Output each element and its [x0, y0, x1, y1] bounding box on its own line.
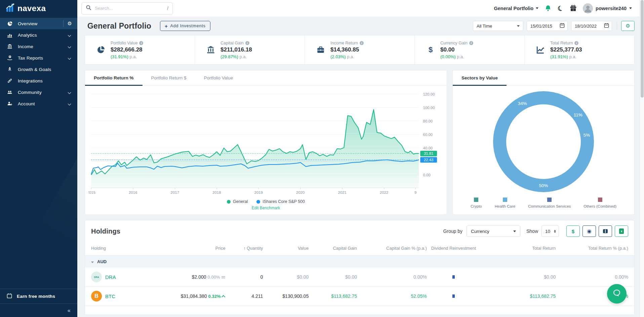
info-icon[interactable]: i [469, 41, 473, 45]
col-capital-gain[interactable]: Capital Gain [309, 246, 357, 251]
stat-percent: (31.91%) [550, 54, 568, 59]
export-excel-button[interactable]: x [615, 225, 628, 237]
holding-row-dra[interactable]: DRA DRA $2.0000.00% 0 $0.00 $0.00 0.00% … [85, 268, 634, 287]
stat-value: $282,666.28 [111, 46, 143, 53]
date-from-input[interactable]: 15/01/2015 [527, 21, 568, 31]
search-box[interactable]: / [81, 2, 173, 14]
sidebar-item-community[interactable]: Community [0, 86, 77, 98]
sidebar-item-growth-goals[interactable]: Growth & Goals [0, 64, 77, 75]
navexa-logo: navexa [0, 0, 77, 16]
col-holding[interactable]: Holding [91, 246, 172, 251]
portfolio-settings-button[interactable]: ⚙ [621, 21, 635, 31]
group-by-select[interactable]: Currency [467, 225, 520, 237]
sidebar: navexa Overview ⚙ Analytics Income [0, 0, 77, 317]
earn-free-months-link[interactable]: Earn free months [0, 289, 77, 304]
stat-currency-gain: $ Currency Gaini $0.00 (0.00%) p.a. [415, 35, 525, 64]
search-input[interactable] [95, 6, 164, 11]
chevron-down-icon [68, 56, 71, 60]
sidebar-item-tax-reports[interactable]: $ Tax Reports [0, 52, 77, 64]
svg-text:2017: 2017 [171, 190, 179, 195]
tab-sectors-by-value[interactable]: Sectors by Value [453, 70, 507, 85]
benchmark-legend-dot [256, 200, 260, 204]
dark-mode-moon-icon[interactable]: ☾ [557, 3, 565, 13]
sidebar-item-integrations[interactable]: Integrations [0, 75, 77, 86]
sectors-donut-chart[interactable]: 34%11%5%50% [453, 86, 634, 198]
info-icon[interactable]: i [139, 41, 143, 45]
caret-down-icon [513, 231, 516, 232]
topbar: / General Portfolio ☾ powersite240 [77, 0, 644, 16]
collapse-sidebar-icon[interactable]: « [68, 307, 71, 314]
columns-settings-button[interactable] [599, 225, 612, 237]
user-menu[interactable]: powersite240 [583, 3, 632, 13]
stepper-arrows-icon [554, 230, 556, 233]
svg-text:2016: 2016 [129, 190, 137, 195]
add-investments-button[interactable]: + Add Investments [160, 21, 210, 31]
overview-gear-icon[interactable]: ⚙ [68, 21, 72, 27]
total-return: $0.00 [481, 274, 556, 280]
topbar-right: General Portfolio ☾ powersite240 [494, 3, 632, 13]
ticker-link-dra[interactable]: DRA [105, 274, 116, 280]
stat-label: Total Return [550, 41, 573, 45]
col-dividend-reinvestment[interactable]: Dividend Reinvestment [427, 246, 481, 251]
navexa-logo-icon [6, 3, 15, 13]
visibility-toggle-button[interactable]: ◉ [582, 225, 596, 237]
svg-text:2018: 2018 [212, 190, 221, 195]
info-icon[interactable]: i [574, 41, 578, 45]
legend-label-benchmark: iShares Core S&P 500 [263, 199, 305, 204]
page-scrollbar[interactable] [640, 0, 644, 317]
price-change: 0.32% [208, 294, 221, 299]
portfolio-selector-dropdown[interactable]: General Portfolio [494, 6, 539, 11]
holding-row-btc[interactable]: B BTC $31,084.3800.32% 4.211 $130,900.05… [85, 287, 634, 306]
live-chat-button[interactable] [607, 284, 627, 304]
show-count-value: 10 [545, 229, 550, 234]
col-quantity[interactable]: ↑Quantity [225, 246, 263, 251]
sidebar-item-income[interactable]: Income [0, 41, 77, 52]
currency-group-row-aud[interactable]: AUD [85, 255, 634, 268]
notifications-bell-icon[interactable] [545, 5, 552, 12]
capital-gain: $113,682.75 [309, 293, 357, 299]
calendar-icon [7, 293, 12, 300]
sidebar-item-overview[interactable]: Overview ⚙ [0, 18, 77, 29]
returns-line-chart[interactable]: 201520162017201820192020202120229120.001… [85, 86, 447, 198]
col-capital-gain-pct[interactable]: Capital Gain % (p.a.) [357, 246, 427, 251]
capital-gain-pct: 52.05% [357, 293, 427, 299]
date-to-input[interactable]: 18/10/2022 [571, 21, 612, 31]
pie-chart-icon [96, 45, 106, 54]
tab-portfolio-value[interactable]: Portfolio Value [195, 70, 242, 85]
rocket-icon [7, 66, 13, 72]
sidebar-item-analytics[interactable]: Analytics [0, 29, 77, 41]
col-value[interactable]: Value [263, 246, 309, 251]
username-label: powersite240 [596, 6, 627, 11]
currency-toggle-button[interactable]: $ [566, 225, 580, 237]
sort-ascending-icon: ↑ [243, 246, 246, 251]
edit-benchmark-link[interactable]: Edit Benchmark [85, 206, 447, 214]
svg-text:40.00: 40.00 [423, 146, 433, 150]
col-price[interactable]: Price [172, 246, 226, 251]
col-total-return-pct[interactable]: Total Return % (p.a.) [556, 246, 628, 251]
sectors-panel: Sectors by Value 34%11%5%50% Crypto Heal… [452, 70, 635, 215]
info-icon[interactable]: i [360, 41, 364, 45]
date-range-value: All Time [477, 24, 492, 29]
donut-slice-label: 5% [583, 132, 590, 137]
bar-chart-icon [7, 32, 13, 38]
show-count-stepper[interactable]: 10 [541, 225, 559, 237]
stat-capital-gain: Capital Gaini $211,016.18 (29.87%) p.a. [195, 35, 305, 64]
info-icon[interactable]: i [245, 41, 249, 45]
gift-icon[interactable] [570, 5, 577, 12]
date-to-value: 18/10/2022 [575, 24, 597, 29]
scrollbar-thumb[interactable] [641, 0, 644, 98]
stat-suffix: p.a. [239, 54, 247, 59]
stat-percent: (2.03%) [330, 54, 346, 59]
col-total-return[interactable]: Total Return [481, 246, 556, 251]
tab-portfolio-return-pct[interactable]: Portfolio Return % [85, 70, 143, 85]
sidebar-item-account[interactable]: Account [0, 98, 77, 109]
svg-text:2015: 2015 [88, 190, 95, 195]
ticker-link-btc[interactable]: BTC [105, 293, 115, 299]
earn-free-months-label: Earn free months [17, 294, 55, 299]
date-range-select[interactable]: All Time [473, 21, 523, 31]
donut-slice-label: 11% [574, 112, 582, 117]
stat-portfolio-value: Portfolio Valuei $282,666.28 (31.91%) p.… [85, 35, 195, 64]
collapse-group-icon[interactable] [91, 261, 94, 263]
tab-portfolio-return-dollar[interactable]: Portfolio Return $ [143, 70, 195, 85]
stats-summary-card: Portfolio Valuei $282,666.28 (31.91%) p.… [85, 35, 635, 65]
